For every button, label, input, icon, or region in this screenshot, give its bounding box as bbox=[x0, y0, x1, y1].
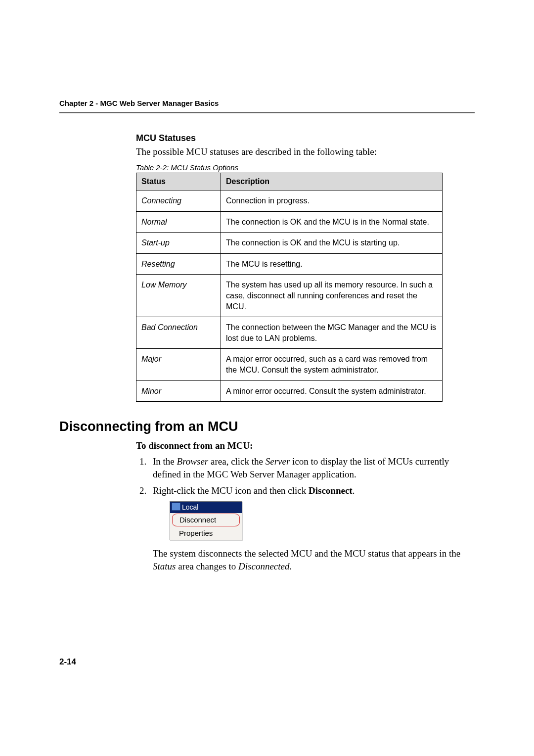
col-header-status: Status bbox=[136, 173, 221, 190]
cell-status: Minor bbox=[136, 380, 221, 402]
table-row: Connecting Connection in progress. bbox=[136, 190, 443, 212]
menu-item-properties[interactable]: Properties bbox=[170, 527, 242, 540]
cell-status: Resetting bbox=[136, 253, 221, 275]
result-pre: The system disconnects the selected MCU … bbox=[153, 548, 460, 559]
cell-status: Low Memory bbox=[136, 275, 221, 317]
cell-description: The MCU is resetting. bbox=[221, 253, 443, 275]
table-row: Low Memory The system has used up all it… bbox=[136, 275, 443, 317]
result-paragraph: The system disconnects the selected MCU … bbox=[153, 547, 475, 572]
step2-text-pre: Right-click the MCU icon and then click bbox=[153, 485, 309, 496]
cell-description: The connection is OK and the MCU is in t… bbox=[221, 211, 443, 233]
procedure-steps: In the Browser area, click the Server ic… bbox=[136, 455, 475, 573]
step2-text-post: . bbox=[353, 485, 355, 496]
chapter-header: Chapter 2 - MGC Web Server Manager Basic… bbox=[59, 99, 475, 107]
server-icon bbox=[172, 503, 180, 511]
context-menu-title: Local bbox=[170, 502, 242, 513]
table-header-row: Status Description bbox=[136, 173, 443, 190]
disconnecting-heading: Disconnecting from an MCU bbox=[59, 419, 475, 434]
step2-disconnect: Disconnect bbox=[309, 485, 353, 496]
context-menu-title-label: Local bbox=[182, 503, 198, 511]
cell-status: Major bbox=[136, 349, 221, 380]
disconnect-content: To disconnect from an MCU: In the Browse… bbox=[136, 440, 475, 573]
mcu-statuses-heading: MCU Statuses bbox=[136, 133, 475, 143]
cell-description: A minor error occurred. Consult the syst… bbox=[221, 380, 443, 402]
page-number: 2-14 bbox=[59, 657, 76, 667]
procedure-heading: To disconnect from an MCU: bbox=[136, 440, 475, 451]
col-header-description: Description bbox=[221, 173, 443, 190]
result-post: . bbox=[289, 561, 292, 571]
result-mid: area changes to bbox=[176, 561, 238, 571]
step1-text-pre: In the bbox=[153, 456, 177, 467]
cell-status: Bad Connection bbox=[136, 317, 221, 349]
mcu-statuses-intro: The possible MCU statuses are described … bbox=[136, 146, 475, 157]
mcu-status-table: Status Description Connecting Connection… bbox=[136, 173, 443, 402]
header-rule bbox=[59, 112, 475, 113]
table-row: Minor A minor error occurred. Consult th… bbox=[136, 380, 443, 402]
table-caption: Table 2-2: MCU Status Options bbox=[136, 163, 475, 172]
table-row: Major A major error occurred, such as a … bbox=[136, 349, 443, 380]
context-menu-screenshot: Local Disconnect Properties bbox=[170, 501, 242, 540]
result-status: Status bbox=[153, 561, 176, 571]
step1-server: Server bbox=[266, 456, 290, 467]
step-1: In the Browser area, click the Server ic… bbox=[149, 455, 475, 480]
step1-text-mid1: area, click the bbox=[208, 456, 266, 467]
cell-description: The connection between the MGC Manager a… bbox=[221, 317, 443, 349]
cell-status: Connecting bbox=[136, 190, 221, 212]
menu-item-disconnect[interactable]: Disconnect bbox=[172, 514, 240, 526]
cell-status: Start-up bbox=[136, 233, 221, 254]
cell-status: Normal bbox=[136, 211, 221, 233]
table-row: Start-up The connection is OK and the MC… bbox=[136, 233, 443, 254]
step-2: Right-click the MCU icon and then click … bbox=[149, 484, 475, 572]
result-disconnected: Disconnected bbox=[238, 561, 289, 571]
table-row: Normal The connection is OK and the MCU … bbox=[136, 211, 443, 233]
cell-description: Connection in progress. bbox=[221, 190, 443, 212]
table-row: Resetting The MCU is resetting. bbox=[136, 253, 443, 275]
step1-browser: Browser bbox=[177, 456, 209, 467]
cell-description: The connection is OK and the MCU is star… bbox=[221, 233, 443, 254]
cell-description: A major error occurred, such as a card w… bbox=[221, 349, 443, 380]
document-page: Chapter 2 - MGC Web Server Manager Basic… bbox=[0, 0, 534, 756]
content-indent: MCU Statuses The possible MCU statuses a… bbox=[136, 133, 475, 402]
cell-description: The system has used up all its memory re… bbox=[221, 275, 443, 317]
table-row: Bad Connection The connection between th… bbox=[136, 317, 443, 349]
